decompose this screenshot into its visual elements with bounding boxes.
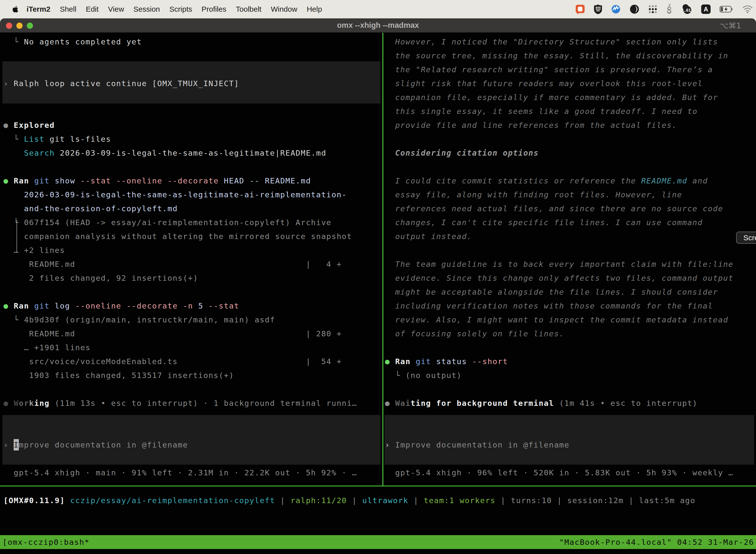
menu-item-edit[interactable]: Edit [86,5,99,13]
terminal-line: changes, I can't cite specific file line… [385,215,703,229]
window-title-bar[interactable]: omx --xhigh --madmax ⌥⌘1 [0,18,756,33]
menu-item-session[interactable]: Session [133,5,160,13]
battery-icon[interactable] [719,6,734,13]
menu-item-help[interactable]: Help [307,5,322,13]
wifi-icon[interactable] [742,5,753,13]
svg-text:..61: ..61 [684,8,691,13]
menu-item-toolbelt[interactable]: Toolbelt [236,5,261,13]
terminal-line: README.md | 280 + [3,327,342,340]
terminal-line: README.md | 4 + [3,257,342,271]
terminal-line: └ List git ls-files [3,132,111,146]
svg-text:A: A [704,6,708,13]
terminal-line: evidence. Since this change only affects… [385,271,734,285]
terminal-line: Considering citation options [385,146,539,160]
terminal-line: └ 067f154 (HEAD -> essay/ai-reimplementa… [3,215,331,229]
pane-divider-horizontal[interactable] [0,486,756,487]
terminal-line: ● Ran git log --oneline --decorate -n 5 … [3,299,239,313]
crescent-icon[interactable] [630,4,639,14]
screen-recording-icon[interactable] [575,4,585,14]
terminal-line: references need actual files, and since … [385,202,723,215]
terminal-line: gpt-5.4 xhigh · main · 91% left · 2.31M … [3,466,357,480]
screen-tooltip: Scre [736,232,756,244]
dots-grid-icon[interactable] [648,4,657,14]
terminal-line: ● Explored [3,118,55,132]
terminal-line: and-the-erosion-of-copyleft.md [3,202,178,215]
terminal-line: › Improve documentation in @filename [3,438,188,452]
terminal-line: └ No agents completed yet [3,35,142,49]
terminal-line: including verification notes with those … [385,299,713,313]
keyboard-a-icon[interactable]: A [701,4,711,14]
terminal-line: ● Waiting for background terminal (1m 41… [385,396,698,410]
menu-item-window[interactable]: Window [271,5,297,13]
menu-item-scripts[interactable]: Scripts [170,5,192,13]
window-title: omx --xhigh --madmax [0,18,756,32]
shield-icon[interactable] [594,4,602,14]
pulse-badge-icon[interactable] [611,4,621,14]
terminal-line: ● Working (11m 13s • esc to interrupt) ·… [3,396,357,410]
terminal-line: this single essay, it seems like a good … [385,104,697,118]
terminal-line: … +2 lines [3,243,65,257]
terminal-line: gpt-5.4 xhigh · 96% left · 520K in · 5.8… [385,466,734,480]
pane-divider-vertical[interactable] [382,33,383,486]
terminal-line: … +1901 lines [3,340,90,354]
terminal-line: might be acceptable alongside the file l… [385,285,718,299]
terminal-line: 2026-03-09-is-legal-the-same-as-legitima… [3,188,347,202]
terminal-line: companion file, especially if more comme… [385,90,718,104]
terminal-line: However, I noticed the "Directory Struct… [385,35,718,49]
menu-item-iterm2[interactable]: iTerm2 [26,5,50,13]
terminal-line: [OMX#0.11.9] cczip/essay/ai-reimplementa… [3,493,695,507]
terminal-line: 2 files changed, 92 insertions(+) [3,271,198,285]
terminal-line: review. Also, I might want to inspect th… [385,313,728,327]
terminal-line: I could cite commit statistics or refere… [385,174,708,188]
window-shortcut: ⌥⌘1 [720,18,741,32]
terminal-line: output instead. [385,229,472,243]
terminal-line: src/voice/voiceModeEnabled.ts | 54 + [3,354,342,368]
terminal-line: the "Related research writing" section i… [385,63,713,76]
terminal-line: └ 4b9d30f (origin/main, instructkr/main,… [3,313,275,327]
terminal-line: The team guideline is to back every impo… [385,257,734,271]
menu-bar: iTerm2ShellEditViewSessionScriptsProfile… [0,0,756,18]
apple-menu-icon[interactable] [12,5,18,13]
terminal-line: companion analysis without altering the … [3,229,352,243]
tmux-host-clock: "MacBook-Pro-44.local" 04:52 31-Mar-26 [559,535,754,549]
terminal-line: ● Ran git status --short [385,354,508,368]
tmux-session: [omx-cczip0:bash* [2,535,89,549]
terminal-line: › Improve documentation in @filename [385,438,569,452]
menu-item-shell[interactable]: Shell [60,5,76,13]
menu-item-profiles[interactable]: Profiles [201,5,226,13]
menu-items: iTerm2ShellEditViewSessionScriptsProfile… [26,0,322,18]
terminal-line: the source tree, missing the essay. Stil… [385,49,728,63]
timer-61-icon[interactable]: ..61 [681,4,692,14]
terminal-line: of focusing solely on file lines. [385,327,564,340]
title-strip: omx --xhigh --madmax ⌥⌘1 [0,18,756,33]
terminal[interactable]: └ No agents completed yet● Explored └ Li… [0,33,756,554]
terminal-line: ● Ran git show --stat --oneline --decora… [3,174,311,188]
menu-item-view[interactable]: View [108,5,124,13]
terminal-line: Search 2026-03-09-is-legal-the-same-as-l… [3,146,326,160]
terminal-line: › Ralph loop active continue [OMX_TMUX_I… [3,76,239,90]
terminal-line: 1903 files changed, 513517 insertions(+) [3,368,234,382]
terminal-line: provide file and line references from th… [385,118,677,132]
terminal-line: └ (no output) [385,368,462,382]
terminal-line: essay file, along with finding root file… [385,188,682,202]
terminal-line: slight risk that future readers may over… [385,76,703,90]
tmux-status-bar: [omx-cczip0:bash* "MacBook-Pro-44.local"… [0,535,756,549]
squiggle-icon[interactable] [666,4,673,15]
